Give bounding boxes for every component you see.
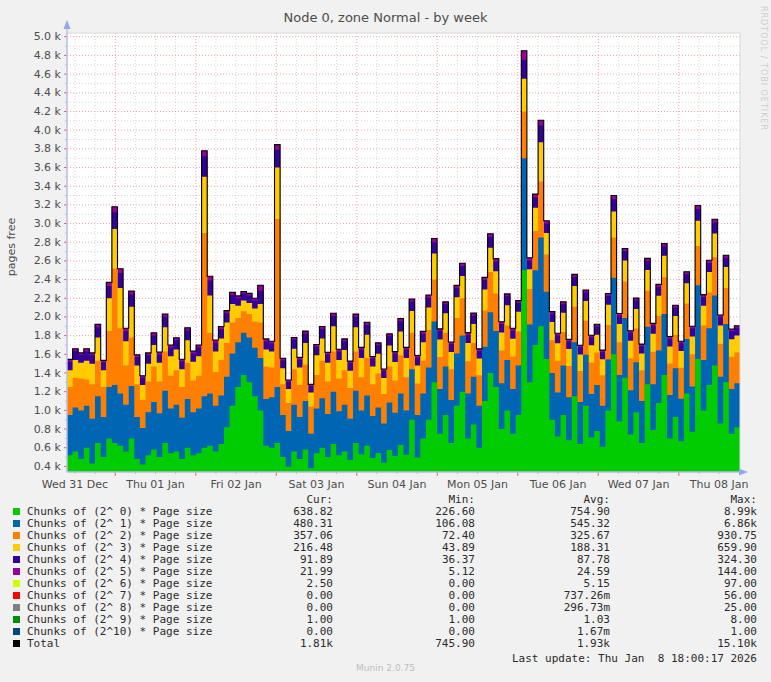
legend-value-min: 745.90 [435,638,475,650]
legend-row: Chunks of (2^10) * Page size0.000.001.67… [0,626,771,638]
legend-swatch [13,628,20,635]
svg-text:Wed 31 Dec: Wed 31 Dec [42,478,108,491]
legend-swatch [13,532,20,539]
svg-text:3.4 k: 3.4 k [34,180,62,193]
svg-text:4.2 k: 4.2 k [34,105,62,118]
svg-text:1.0 k: 1.0 k [34,404,62,417]
svg-text:2.6 k: 2.6 k [34,254,62,267]
legend-swatch [13,520,20,527]
svg-text:Wed 07 Jan: Wed 07 Jan [608,478,670,491]
svg-text:Thu 08 Jan: Thu 08 Jan [689,478,749,491]
svg-text:Mon 05 Jan: Mon 05 Jan [447,478,508,491]
legend-swatch [13,616,20,623]
svg-text:0.8 k: 0.8 k [34,423,62,436]
svg-text:2.2 k: 2.2 k [34,292,62,305]
legend-swatch [13,592,20,599]
legend-swatch [13,604,20,611]
svg-text:2.8 k: 2.8 k [34,236,62,249]
munin-graph: Node 0, zone Normal - by week pages free… [0,0,771,682]
chart-plot: 0.4 k0.6 k0.8 k1.0 k1.2 k1.4 k1.6 k1.8 k… [0,0,771,500]
legend-swatch [13,640,20,647]
svg-text:0.6 k: 0.6 k [34,441,62,454]
svg-text:3.2 k: 3.2 k [34,198,62,211]
svg-text:Thu 01 Jan: Thu 01 Jan [125,478,185,491]
legend-swatch [13,568,20,575]
svg-text:3.0 k: 3.0 k [34,217,62,230]
legend-value-avg: 1.93k [577,638,610,650]
legend-swatch [13,544,20,551]
legend-value-max: 15.10k [717,638,757,650]
legend-label: Total [27,638,60,650]
svg-text:Sun 04 Jan: Sun 04 Jan [368,478,427,491]
svg-text:Tue 06 Jan: Tue 06 Jan [529,478,587,491]
svg-text:5.0 k: 5.0 k [34,30,62,43]
munin-version-watermark: Munin 2.0.75 [0,663,771,673]
legend-value-cur: 1.81k [300,638,333,650]
svg-text:1.4 k: 1.4 k [34,367,62,380]
svg-text:3.6 k: 3.6 k [34,161,62,174]
svg-text:2.4 k: 2.4 k [34,273,62,286]
svg-text:2.0 k: 2.0 k [34,310,62,323]
svg-text:4.6 k: 4.6 k [34,68,62,81]
legend-row: Total1.81k745.901.93k15.10k [0,638,771,650]
svg-text:Sat 03 Jan: Sat 03 Jan [289,478,345,491]
svg-text:0.4 k: 0.4 k [34,460,62,473]
svg-text:1.8 k: 1.8 k [34,329,62,342]
svg-text:1.6 k: 1.6 k [34,348,62,361]
svg-text:1.2 k: 1.2 k [34,385,62,398]
svg-text:4.4 k: 4.4 k [34,86,62,99]
svg-text:Fri 02 Jan: Fri 02 Jan [211,478,262,491]
svg-text:3.8 k: 3.8 k [34,142,62,155]
legend: Cur:Min:Avg:Max:Chunks of (2^ 0) * Page … [0,494,771,650]
svg-text:4.8 k: 4.8 k [34,49,62,62]
legend-swatch [13,556,20,563]
svg-text:4.0 k: 4.0 k [34,124,62,137]
legend-swatch [13,508,20,515]
legend-swatch [13,580,20,587]
